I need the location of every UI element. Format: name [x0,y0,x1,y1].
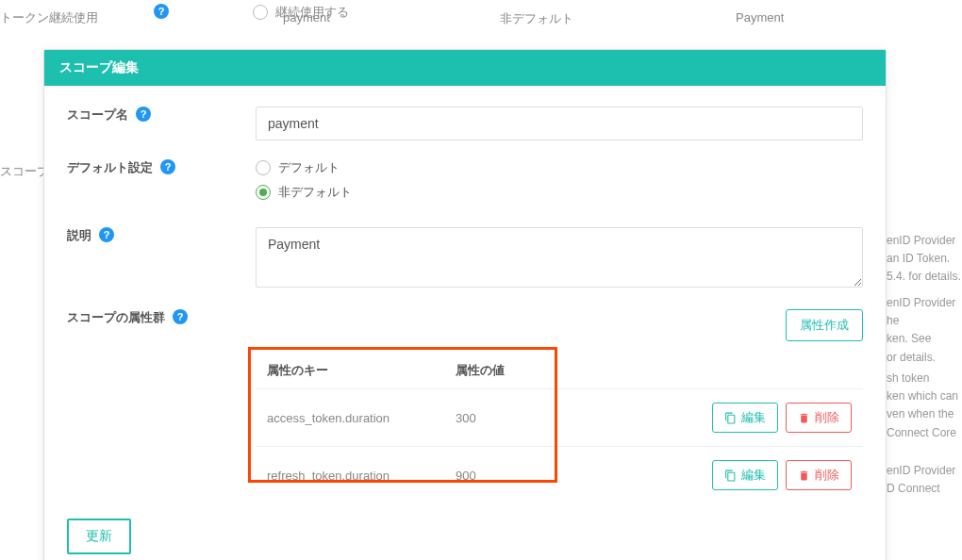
edit-button[interactable]: 編集 [712,460,778,490]
table-row: refresh_token.duration 900 編集 削除 [256,446,863,503]
scope-name-label: スコープ名 [67,107,128,124]
help-icon[interactable]: ? [136,107,151,122]
help-icon[interactable]: ? [99,227,114,242]
radio-non-default[interactable]: 非デフォルト [256,184,863,201]
bg-bottom-c3: Payment [736,10,784,27]
copy-icon [724,412,737,424]
attr-key: access_token.duration [267,411,456,425]
radio-circle-icon [256,160,271,175]
scope-edit-modal: スコープ編集 スコープ名 ? デフォルト設定 ? デフォルト [43,49,887,560]
description-label: 説明 [67,227,91,244]
default-setting-label: デフォルト設定 [67,159,153,176]
trash-icon [798,469,810,482]
attributes-table: 属性のキー 属性の値 access_token.duration 300 編集 [256,353,863,503]
bg-bottom-c1: payment [283,10,500,27]
scope-name-input[interactable] [256,107,863,140]
bg-desc-1: enID Provider an ID Token. 5.4. for deta… [887,232,962,287]
delete-label: 削除 [815,409,839,426]
edit-label: 編集 [741,409,766,426]
radio-circle-checked-icon [256,185,271,200]
bg-desc-4: enID Provider D Connect [887,462,962,498]
update-button[interactable]: 更新 [67,519,131,554]
bg-desc-3: sh token ken which can ven when the Conn… [887,370,962,442]
table-header-key: 属性のキー [267,362,456,379]
copy-icon [724,469,737,482]
delete-button[interactable]: 削除 [786,460,852,490]
bg-bottom-c2: 非デフォルト [500,10,736,27]
attr-value: 900 [456,469,569,483]
help-icon[interactable]: ? [173,309,188,324]
table-header-value: 属性の値 [456,362,569,379]
attributes-label: スコープの属性群 [67,309,165,326]
attr-key: refresh_token.duration [267,469,456,483]
edit-label: 編集 [741,467,766,484]
background-page: トークン継続使用 ? 継続使用する スコープ enID Provider an … [0,0,962,41]
attribute-create-button[interactable]: 属性作成 [786,309,863,341]
trash-icon [798,412,810,424]
radio-label: 非デフォルト [278,184,352,201]
description-textarea[interactable]: Payment [256,227,863,288]
bg-bottom-row: payment 非デフォルト Payment [0,10,962,27]
help-icon[interactable]: ? [160,159,175,174]
scope-section-label: スコープ [0,163,49,180]
modal-title: スコープ編集 [44,50,886,86]
delete-button[interactable]: 削除 [786,403,852,433]
attr-value: 300 [456,411,569,425]
radio-default[interactable]: デフォルト [256,159,863,176]
edit-button[interactable]: 編集 [712,403,778,433]
delete-label: 削除 [815,467,839,484]
bg-desc-2: enID Provider he ken. See or details. [887,294,962,367]
radio-label: デフォルト [278,159,340,176]
table-row: access_token.duration 300 編集 削除 [256,388,863,446]
